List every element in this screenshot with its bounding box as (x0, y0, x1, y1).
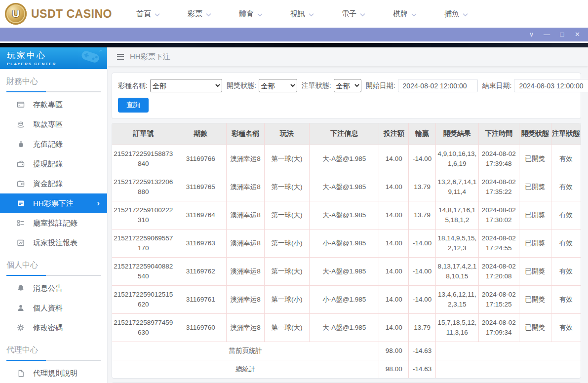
sidebar-item[interactable]: 存款專區› (0, 95, 107, 115)
table-cell: 13.79 (409, 313, 436, 342)
column-header: 彩種名稱 (227, 123, 265, 145)
collapse-icon[interactable]: ∨ (524, 28, 539, 41)
table-cell: 有效 (551, 257, 581, 285)
sidebar-item[interactable]: HH彩票下注› (0, 193, 107, 213)
table-cell: 有效 (551, 145, 581, 173)
column-header: 下注信息 (309, 123, 379, 145)
table-cell: 2152172259012515620 (112, 285, 175, 313)
sidebar-item-label: 資金記錄 (33, 179, 63, 189)
table-cell: 澳洲幸运8 (227, 173, 265, 201)
table-cell: 已開獎 (519, 229, 551, 257)
nav-item[interactable]: 首頁 (136, 9, 160, 19)
lottery-bet-icon (17, 199, 25, 207)
table-cell: 31169765 (175, 173, 226, 201)
draw-status-label: 開獎狀態: (227, 81, 256, 90)
column-header: 輸贏 (409, 123, 436, 145)
bets-table: 訂單號期數彩種名稱玩法下注信息投注額輸贏開獎結果下注時間開獎狀態注單狀態 215… (112, 123, 581, 378)
table-cell: 14.00 (379, 145, 409, 173)
table-cell: 大-A盤@1.985 (309, 201, 379, 229)
draw-status-select[interactable]: 全部 (259, 79, 297, 92)
sidebar-item-label: HH彩票下注 (33, 199, 74, 208)
order-status-label: 注單狀態: (302, 81, 331, 90)
table-cell: 有效 (551, 173, 581, 201)
nav-item-label: 彩票 (188, 9, 202, 19)
main-nav: 首頁彩票體育視訊電子棋牌捕魚 (136, 9, 468, 19)
table-cell: 已開獎 (519, 313, 551, 342)
close-icon[interactable]: ✕ (570, 28, 585, 41)
notice-icon (17, 284, 25, 292)
column-header: 下注時間 (478, 123, 519, 145)
main-area: HH彩票下注 彩種名稱: 全部 開獎狀態: 全部 (108, 47, 588, 383)
table-cell: 2024-08-02 17:15:25 (478, 285, 519, 313)
sidebar-item[interactable]: 取款專區› (0, 115, 107, 134)
table-cell: 14.00 (379, 313, 409, 342)
table-cell: 31169762 (175, 257, 226, 285)
chevron-down-icon (206, 10, 211, 18)
table-cell: 31169760 (175, 313, 226, 342)
chevron-right-icon: › (97, 198, 100, 208)
sidebar-item[interactable]: 玩家投注報表› (0, 233, 107, 253)
maximize-icon[interactable]: □ (554, 28, 570, 41)
nav-item[interactable]: 視訊 (290, 9, 314, 19)
sidebar-item-label: 存款專區 (33, 100, 63, 110)
sidebar-item[interactable]: 充值記錄› (0, 134, 107, 154)
order-status-select[interactable]: 全部 (334, 79, 361, 92)
sidebar-item[interactable]: 提現記錄› (0, 154, 107, 174)
table-cell: 4,9,10,16,13,1,6,19 (436, 145, 478, 173)
sidebar-item[interactable]: 個人資料› (0, 298, 107, 318)
summary-winloss-total: -14.63 (409, 342, 436, 360)
sidebar-item[interactable]: 資金記錄› (0, 174, 107, 193)
top-header: U USDT CASINO 首頁彩票體育視訊電子棋牌捕魚 (0, 0, 588, 28)
summary-label: 當前頁統計 (112, 342, 379, 360)
table-cell: 有效 (551, 201, 581, 229)
table-cell: 澳洲幸运8 (227, 257, 265, 285)
table-cell: -14.00 (409, 229, 436, 257)
table-cell: 31169766 (175, 145, 226, 173)
nav-item[interactable]: 棋牌 (393, 9, 417, 19)
nav-item[interactable]: 電子 (342, 9, 365, 19)
end-date-input[interactable] (514, 79, 588, 92)
table-cell: 已開獎 (519, 201, 551, 229)
table-cell: 澳洲幸运8 (227, 285, 265, 313)
hamburger-icon[interactable] (117, 53, 124, 60)
nav-item[interactable]: 體育 (239, 9, 263, 19)
search-button[interactable]: 查詢 (118, 98, 149, 113)
start-date-input[interactable] (398, 79, 478, 92)
nav-item[interactable]: 彩票 (188, 9, 211, 19)
nav-item[interactable]: 捕魚 (444, 9, 468, 19)
chevron-down-icon (411, 10, 417, 18)
column-header: 訂單號 (112, 123, 175, 145)
table-cell: 2152172259069557170 (112, 229, 175, 257)
table-cell: -14.00 (409, 257, 436, 285)
sidebar-item[interactable]: 消息公告› (0, 278, 107, 298)
nav-item-label: 電子 (342, 9, 356, 19)
lottery-name-select[interactable]: 全部 (150, 79, 222, 92)
table-cell: 大-A盤@1.985 (309, 145, 379, 173)
window-titlebar: ∨—□✕ (0, 28, 588, 41)
sidebar-item[interactable]: 代理規則說明› (0, 363, 107, 383)
minimize-icon[interactable]: — (539, 28, 554, 41)
table-cell: 已開獎 (519, 285, 551, 313)
summary-bet-total: 98.00 (379, 342, 409, 360)
sidebar-item[interactable]: 修改密碼› (0, 318, 107, 338)
table-cell: 第一球(大) (264, 313, 309, 342)
end-date-label: 結束日期: (482, 81, 512, 90)
table-row: 215217225910022231031169764澳洲幸运8第一球(大)大-… (112, 201, 581, 229)
section-underline (6, 275, 101, 276)
gamepad-icon (78, 49, 103, 66)
table-cell: 2024-08-02 17:09:34 (478, 313, 519, 342)
start-date-label: 開始日期: (366, 81, 395, 90)
sidebar-item-label: 玩家投注報表 (33, 238, 78, 248)
sidebar-section-title: 個人中心 (0, 253, 107, 275)
table-cell: 第一球(大) (264, 257, 309, 285)
nav-item-label: 首頁 (136, 9, 151, 19)
breadcrumb: HH彩票下注 (108, 47, 588, 66)
site-logo[interactable]: U USDT CASINO (0, 3, 113, 25)
table-cell: 小-A盤@1.985 (309, 285, 379, 313)
table-cell: 澳洲幸运8 (227, 313, 265, 342)
section-underline (6, 91, 101, 92)
table-cell: 澳洲幸运8 (227, 229, 265, 257)
bets-table-panel: 訂單號期數彩種名稱玩法下注信息投注額輸贏開獎結果下注時間開獎狀態注單狀態 215… (112, 123, 581, 379)
sidebar-item-label: 代理規則說明 (33, 369, 78, 378)
sidebar-item[interactable]: 廳室投註記錄› (0, 213, 107, 233)
